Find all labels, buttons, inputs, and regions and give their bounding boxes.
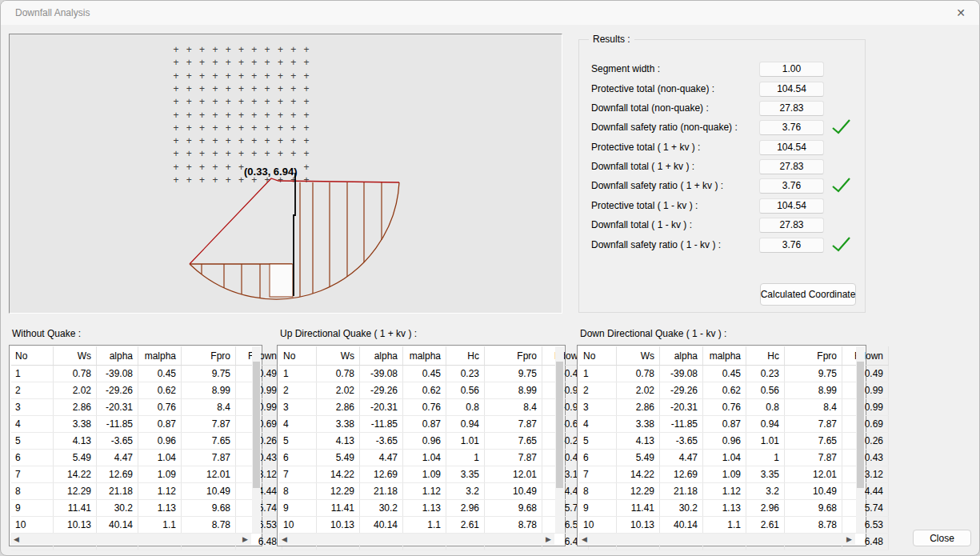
scroll-right-icon[interactable]: ▶ (242, 535, 248, 543)
table-cell: 0.76 (703, 399, 746, 416)
table-row[interactable]: 10.78-39.080.450.239.75-0.49 (579, 366, 889, 382)
close-button[interactable]: Close (913, 530, 971, 546)
column-header[interactable]: Fdown (842, 346, 889, 366)
table-cell: 3 (279, 399, 317, 416)
table-cell: 2 (11, 382, 54, 399)
table-row[interactable]: 10.78-39.080.459.75-0.49 (11, 366, 282, 382)
column-header[interactable]: Ws (317, 346, 360, 366)
table-header-row: NoWsalphamalphaFproFdown (11, 346, 282, 366)
scrollbar-thumb[interactable] (857, 362, 864, 488)
close-icon[interactable]: ✕ (942, 1, 979, 25)
table-cell: 5.74 (842, 500, 889, 517)
scroll-right-icon[interactable]: ▶ (846, 535, 852, 543)
column-header[interactable]: Fpro (182, 346, 236, 366)
result-value-field[interactable]: 3.76 (759, 238, 824, 253)
table-row[interactable]: 911.4130.21.132.969.685.74 (279, 500, 589, 517)
scroll-left-icon[interactable]: ◀ (14, 535, 19, 543)
table-cell: 12.29 (617, 483, 660, 500)
table-cell: 2.02 (617, 382, 660, 399)
svg-text:+: + (199, 96, 205, 107)
table-row[interactable]: 812.2921.181.1210.494.44 (11, 483, 282, 500)
column-header[interactable]: Ws (617, 346, 660, 366)
horizontal-scrollbar[interactable]: ◀ ▶ (578, 534, 855, 545)
table-cell: 12.01 (182, 466, 236, 483)
table-row[interactable]: 22.02-29.260.620.568.99-0.99 (279, 382, 589, 399)
coordinate-label: (0.33, 6.94) (244, 166, 298, 178)
column-header[interactable]: Ws (54, 346, 97, 366)
horizontal-scrollbar[interactable]: ◀ ▶ (278, 534, 554, 545)
table-row[interactable]: 43.38-11.850.870.947.87-0.69 (279, 416, 589, 433)
svg-text:+: + (226, 174, 231, 186)
results-group-title: Results : (589, 34, 634, 45)
table-row[interactable]: 22.02-29.260.628.99-0.99 (11, 382, 282, 399)
result-value-field[interactable]: 3.76 (759, 120, 824, 135)
scroll-right-icon[interactable]: ▶ (546, 535, 551, 543)
table-row[interactable]: 714.2212.691.0912.013.12 (11, 466, 282, 483)
result-value-field[interactable]: 3.76 (759, 178, 824, 194)
column-header[interactable]: alpha (97, 346, 138, 366)
column-header[interactable]: Fpro (485, 346, 542, 366)
table-row[interactable]: 812.2921.181.123.210.494.44 (279, 483, 589, 500)
svg-text:+: + (290, 57, 296, 68)
table-cell: -29.26 (360, 382, 403, 399)
table-row[interactable]: 54.13-3.650.961.017.65-0.26 (279, 433, 589, 450)
table-row[interactable]: 32.86-20.310.760.88.4-0.99 (279, 399, 589, 416)
table-cell: 6 (579, 450, 617, 466)
table-row[interactable]: 22.02-29.260.620.568.99-0.99 (579, 382, 889, 399)
table-row[interactable]: 714.2212.691.093.3512.013.12 (579, 466, 889, 483)
result-value-field[interactable]: 104.54 (759, 198, 824, 214)
table-row[interactable]: 65.494.471.0417.870.43 (279, 450, 589, 466)
horizontal-scrollbar[interactable]: ◀ ▶ (10, 534, 251, 545)
table-row[interactable]: 1010.1340.141.12.618.786.53 (579, 517, 889, 534)
column-header[interactable]: Hc (446, 346, 485, 366)
table-row[interactable]: 812.2921.181.123.210.494.44 (579, 483, 889, 500)
table-row[interactable]: 10.78-39.080.450.239.75-0.49 (279, 366, 589, 382)
table-row[interactable]: 43.38-11.850.877.87-0.69 (11, 416, 282, 433)
column-header[interactable]: Fpro (785, 346, 842, 366)
table-row[interactable]: 1010.1340.141.18.786.53 (11, 517, 282, 534)
vertical-scrollbar[interactable] (856, 346, 865, 533)
calculated-coordinate-button[interactable]: Calculated Coordinate (760, 283, 856, 306)
table-row[interactable]: 65.494.471.047.870.43 (11, 450, 282, 466)
column-header[interactable]: No (579, 346, 617, 366)
table-cell: 8.4 (182, 399, 236, 416)
vertical-scrollbar[interactable] (252, 346, 261, 533)
column-header[interactable]: alpha (360, 346, 403, 366)
table-cell: 0.94 (446, 416, 485, 433)
svg-text:+: + (278, 57, 283, 68)
result-value-field[interactable]: 104.54 (759, 82, 824, 97)
result-value-field[interactable]: 1.00 (759, 62, 824, 77)
scroll-left-icon[interactable]: ◀ (582, 535, 587, 543)
table-row[interactable]: 43.38-11.850.870.947.87-0.69 (579, 416, 889, 433)
table-row[interactable]: 911.4130.21.139.685.74 (11, 500, 282, 517)
table-row[interactable]: 1010.1340.141.12.618.786.53 (279, 517, 589, 534)
column-header[interactable]: malpha (138, 346, 182, 366)
column-header[interactable]: No (11, 346, 54, 366)
table-row[interactable]: 32.86-20.310.760.88.4-0.99 (579, 399, 889, 416)
table-row[interactable]: 911.4130.21.132.969.685.74 (579, 500, 889, 517)
scroll-left-icon[interactable]: ◀ (282, 535, 287, 543)
table-row[interactable]: 65.494.471.0417.870.43 (579, 450, 889, 466)
table-row[interactable]: 54.13-3.650.961.017.65-0.26 (579, 433, 889, 450)
result-value-field[interactable]: 104.54 (759, 140, 824, 155)
column-header[interactable]: malpha (703, 346, 746, 366)
vertical-scrollbar[interactable] (555, 346, 564, 533)
up-quake-table: NoWsalphamalphaHcFproFdown10.78-39.080.4… (277, 345, 566, 546)
table-cell: 1 (746, 450, 785, 466)
result-value-field[interactable]: 27.83 (759, 101, 824, 116)
column-header[interactable]: malpha (403, 346, 446, 366)
result-value-field[interactable]: 27.83 (759, 218, 824, 233)
column-header[interactable]: No (279, 346, 317, 366)
table-row[interactable]: 32.86-20.310.768.4-0.99 (11, 399, 282, 416)
column-header[interactable]: alpha (660, 346, 703, 366)
column-header[interactable]: Hc (746, 346, 785, 366)
svg-text:+: + (290, 44, 296, 55)
table-row[interactable]: 54.13-3.650.967.65-0.26 (11, 433, 282, 450)
table-cell: 4 (11, 416, 54, 433)
table-cell: 4 (279, 416, 317, 433)
table-row[interactable]: 714.2212.691.093.3512.013.12 (279, 466, 589, 483)
scrollbar-thumb[interactable] (556, 362, 563, 488)
scrollbar-thumb[interactable] (253, 362, 260, 488)
result-value-field[interactable]: 27.83 (759, 159, 824, 174)
table-header-row: NoWsalphamalphaHcFproFdown (279, 346, 589, 366)
